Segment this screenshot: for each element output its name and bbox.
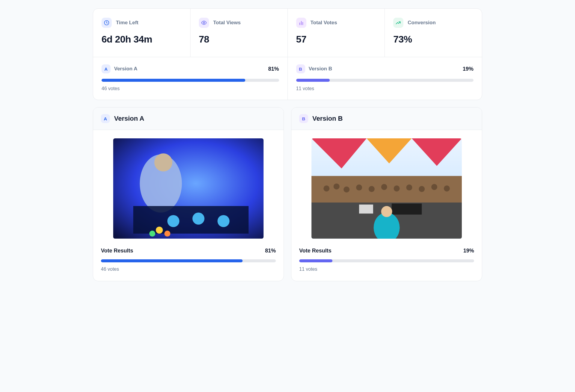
svg-point-7: [192, 213, 204, 225]
svg-point-1: [203, 22, 205, 24]
progress-bar: [101, 259, 276, 262]
svg-point-11: [149, 231, 155, 237]
svg-point-18: [334, 184, 340, 190]
svg-point-17: [323, 185, 329, 191]
version-image: [311, 138, 462, 239]
version-badge: B: [299, 114, 308, 123]
svg-rect-16: [311, 176, 462, 204]
summary-version-b: B Version B 19% 11 votes: [288, 57, 482, 100]
metric-time-left: Time Left 6d 20h 34m: [93, 9, 190, 57]
metric-conversion: Conversion 73%: [385, 9, 482, 57]
summary-version-a: A Version A 81% 46 votes: [93, 57, 288, 100]
card-version-b: B Version B: [291, 107, 482, 281]
version-badge: A: [102, 64, 111, 73]
svg-rect-29: [359, 205, 373, 214]
svg-point-21: [369, 186, 375, 192]
svg-point-26: [431, 184, 437, 190]
version-percent: 19%: [463, 248, 474, 254]
metrics-row: Time Left 6d 20h 34m Total Views 78: [93, 9, 482, 57]
version-percent: 81%: [268, 66, 279, 72]
version-image: [113, 138, 264, 239]
version-percent: 81%: [265, 248, 276, 254]
progress-bar: [296, 79, 474, 82]
versions-summary: A Version A 81% 46 votes B Version B 19%: [93, 57, 482, 100]
metric-label: Time Left: [116, 20, 138, 26]
svg-point-20: [356, 184, 362, 190]
metric-total-views: Total Views 78: [190, 9, 288, 57]
bar-chart-icon: [296, 18, 306, 28]
card-title: Version B: [312, 115, 343, 122]
svg-rect-30: [392, 204, 422, 215]
svg-point-10: [164, 231, 170, 237]
results-label: Vote Results: [299, 248, 332, 254]
metric-value: 73%: [393, 34, 473, 45]
progress-fill: [299, 259, 332, 262]
trend-up-icon: [393, 18, 403, 28]
svg-point-32: [381, 206, 392, 217]
card-version-a: A Version A: [93, 107, 284, 281]
progress-bar: [102, 79, 279, 82]
progress-fill: [296, 79, 330, 82]
version-badge: B: [296, 64, 305, 73]
svg-point-22: [381, 184, 387, 190]
eye-icon: [199, 18, 209, 28]
metric-value: 78: [199, 34, 279, 45]
svg-point-8: [217, 215, 229, 227]
votes-count: 11 votes: [296, 86, 474, 91]
version-cards: A Version A: [93, 107, 482, 281]
svg-point-24: [406, 184, 412, 190]
clock-icon: [102, 18, 112, 28]
votes-count: 11 votes: [299, 267, 474, 272]
metric-label: Total Votes: [311, 20, 337, 26]
metric-value: 57: [296, 34, 376, 45]
votes-count: 46 votes: [101, 267, 276, 272]
svg-point-9: [156, 227, 163, 234]
svg-point-27: [444, 185, 450, 191]
svg-rect-5: [133, 206, 249, 234]
svg-point-25: [419, 186, 425, 192]
votes-count: 46 votes: [102, 86, 279, 91]
svg-point-23: [394, 185, 400, 191]
metric-label: Total Views: [213, 20, 241, 26]
metric-value: 6d 20h 34m: [102, 34, 182, 45]
version-name: Version A: [114, 66, 137, 72]
results-label: Vote Results: [101, 248, 133, 254]
progress-bar: [299, 259, 474, 262]
progress-fill: [102, 79, 245, 82]
svg-point-4: [154, 153, 172, 171]
metrics-card: Time Left 6d 20h 34m Total Views 78: [93, 8, 482, 100]
metric-total-votes: Total Votes 57: [288, 9, 385, 57]
metric-label: Conversion: [408, 20, 436, 26]
version-percent: 19%: [463, 66, 473, 72]
card-title: Version A: [114, 115, 144, 122]
svg-point-19: [344, 187, 349, 193]
svg-point-6: [167, 215, 179, 227]
progress-fill: [101, 259, 243, 262]
version-badge: A: [101, 114, 110, 123]
version-name: Version B: [309, 66, 332, 72]
